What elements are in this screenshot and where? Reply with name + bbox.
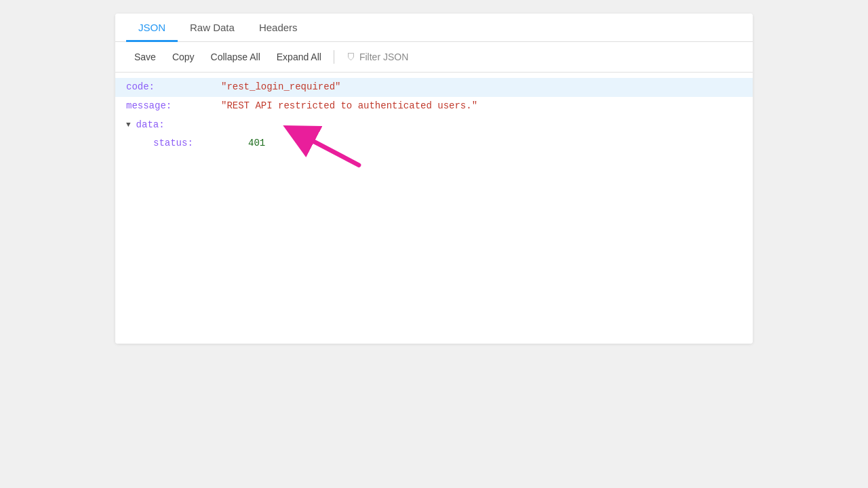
tab-headers[interactable]: Headers [247,14,310,42]
status-key: status: [126,136,248,152]
save-button[interactable]: Save [126,47,164,66]
toolbar: Save Copy Collapse All Expand All ⛉ Filt… [115,42,753,73]
tab-bar: JSON Raw Data Headers [115,14,753,42]
collapse-all-button[interactable]: Collapse All [203,47,269,66]
code-value: "rest_login_required" [221,79,340,96]
filter-icon: ⛉ [347,52,355,62]
toolbar-divider [334,50,334,64]
code-key: code: [126,79,221,96]
json-row-data: ▼ data: [115,116,753,135]
tab-raw-data[interactable]: Raw Data [178,14,247,42]
copy-button[interactable]: Copy [164,47,203,66]
json-rows: code: "rest_login_required" message: "RE… [115,78,753,153]
expand-all-button[interactable]: Expand All [269,47,330,66]
filter-label: Filter JSON [359,52,408,62]
tab-json[interactable]: JSON [126,14,178,42]
data-key: data: [136,117,231,134]
message-key: message: [126,98,221,115]
json-row-code: code: "rest_login_required" [115,78,753,97]
expand-arrow-data[interactable]: ▼ [126,119,131,131]
json-row-status: status: 401 [115,134,753,153]
status-value: 401 [248,136,265,152]
json-viewer-panel: JSON Raw Data Headers Save Copy Collapse… [115,14,753,344]
message-value: "REST API restricted to authenticated us… [221,98,477,115]
filter-json-button[interactable]: ⛉ Filter JSON [338,47,416,66]
json-content-area: code: "rest_login_required" message: "RE… [115,73,753,344]
json-row-message: message: "REST API restricted to authent… [115,97,753,116]
